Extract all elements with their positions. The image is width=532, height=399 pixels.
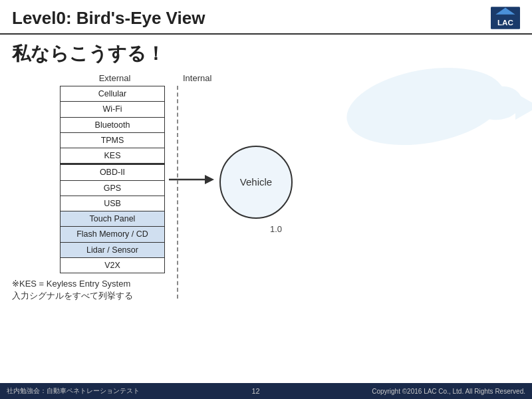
main-content: External Internal Cellular Wi-Fi Bluetoo… xyxy=(0,73,532,273)
dashed-divider xyxy=(177,86,178,299)
note-line-2: 入力シグナルをすべて列挙する xyxy=(12,290,520,302)
lac-logo-icon: LAC xyxy=(491,7,520,29)
vehicle-circle: Vehicle xyxy=(219,146,293,219)
footer-bar: 社内勉強会：自動車ペネトレーションテスト 12 Copyright ©2016 … xyxy=(0,383,532,399)
box-flash-memory: Flash Memory / CD xyxy=(61,227,164,242)
input-boxes: Cellular Wi-Fi Bluetooth TPMS KES OBD-II… xyxy=(60,86,165,273)
logo-area: LAC xyxy=(491,7,520,29)
label-external: External xyxy=(60,73,170,83)
vehicle-label: Vehicle xyxy=(240,176,272,188)
footer-page-number: 12 xyxy=(251,387,259,395)
box-obdii: OBD-II xyxy=(61,164,164,180)
diagram-area: External Internal Cellular Wi-Fi Bluetoo… xyxy=(20,73,512,273)
box-v2x: V2X xyxy=(61,258,164,273)
box-bluetooth: Bluetooth xyxy=(61,118,164,133)
svg-marker-7 xyxy=(205,175,214,184)
footer-copyright: Copyright ©2016 LAC Co., Ltd. All Rights… xyxy=(372,388,525,395)
arrow-container xyxy=(169,170,215,190)
box-touch-panel: Touch Panel xyxy=(61,211,164,227)
notes-area: ※KES = Keyless Entry System 入力シグナルをすべて列挙… xyxy=(0,273,532,302)
version-label: 1.0 xyxy=(270,224,282,234)
box-kes: KES xyxy=(61,148,164,164)
label-internal: Internal xyxy=(170,73,289,83)
labels-row: External Internal xyxy=(60,73,512,83)
header: Level0: Bird's-Eye View LAC xyxy=(0,0,532,35)
box-gps: GPS xyxy=(61,181,164,196)
box-usb: USB xyxy=(61,196,164,211)
note-line-1: ※KES = Keyless Entry System xyxy=(12,279,520,289)
arrow-icon xyxy=(169,170,215,190)
box-tpms: TPMS xyxy=(61,133,164,148)
page-title: Level0: Bird's-Eye View xyxy=(12,8,205,29)
svg-text:LAC: LAC xyxy=(497,18,514,27)
footer-left: 社内勉強会：自動車ペネトレーションテスト xyxy=(7,386,140,396)
box-cellular: Cellular xyxy=(61,86,164,102)
diagram-row: Cellular Wi-Fi Bluetooth TPMS KES OBD-II… xyxy=(20,86,512,273)
box-wifi: Wi-Fi xyxy=(61,102,164,117)
box-lidar: Lidar / Sensor xyxy=(61,243,164,258)
vehicle-circle-area: Vehicle 1.0 xyxy=(219,146,293,234)
